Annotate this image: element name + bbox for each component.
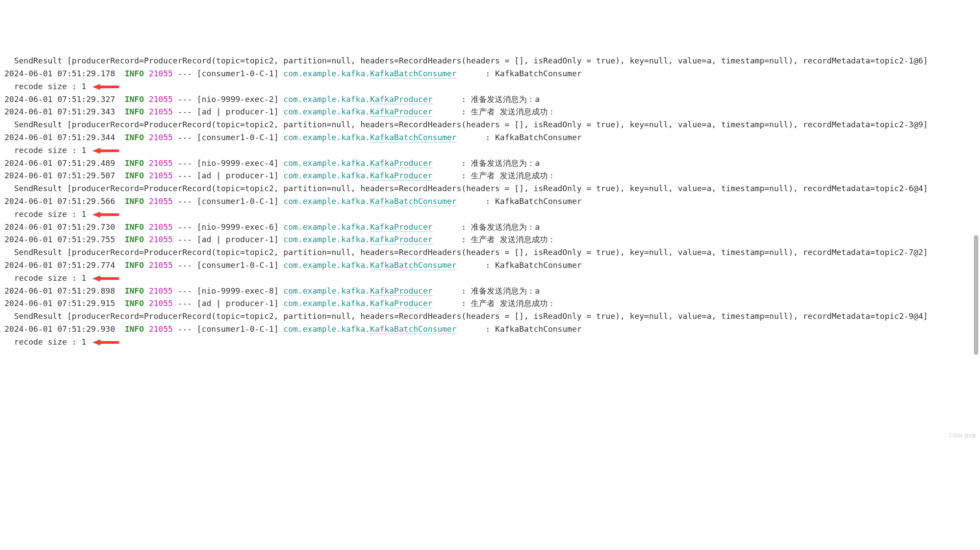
log-timestamp: 2024-06-01 07:51:29.178 bbox=[4, 69, 115, 78]
log-logger-class: KafkaProducer bbox=[370, 107, 433, 117]
log-sep: --- bbox=[178, 324, 192, 334]
log-continuation: SendResult [producerRecord=ProducerRecor… bbox=[4, 310, 976, 323]
log-line: 2024-06-01 07:51:29.774 INFO 21055 --- [… bbox=[4, 259, 976, 272]
log-line: 2024-06-01 07:51:29.566 INFO 21055 --- [… bbox=[4, 195, 976, 208]
log-line: 2024-06-01 07:51:29.344 INFO 21055 --- [… bbox=[4, 131, 976, 144]
log-pid: 21055 bbox=[149, 196, 173, 206]
log-logger: com.example.kafka.KafkaBatchConsumer bbox=[284, 196, 457, 206]
log-colon: : bbox=[486, 69, 490, 78]
log-level: INFO bbox=[125, 324, 144, 334]
log-colon: : bbox=[462, 286, 466, 295]
log-logger-class: KafkaProducer bbox=[370, 171, 433, 181]
log-colon: : bbox=[462, 222, 466, 232]
log-logger: com.example.kafka.KafkaProducer bbox=[284, 222, 433, 232]
log-level: INFO bbox=[125, 107, 144, 116]
svg-marker-3 bbox=[92, 275, 119, 282]
log-colon: : bbox=[462, 171, 466, 180]
log-thread: [nio-9999-exec-8] bbox=[197, 286, 279, 295]
log-continuation: SendResult [producerRecord=ProducerRecor… bbox=[4, 118, 976, 131]
log-timestamp: 2024-06-01 07:51:29.343 bbox=[4, 107, 115, 116]
log-output: SendResult [producerRecord=ProducerRecor… bbox=[4, 55, 976, 348]
log-message: 生产者 发送消息成功： bbox=[471, 299, 556, 308]
log-level: INFO bbox=[125, 235, 144, 244]
arrow-left-icon bbox=[92, 338, 119, 346]
log-logger-class: KafkaBatchConsumer bbox=[370, 133, 457, 142]
log-line: 2024-06-01 07:51:29.489 INFO 21055 --- [… bbox=[4, 157, 976, 170]
log-pid: 21055 bbox=[149, 171, 173, 180]
log-timestamp: 2024-06-01 07:51:29.755 bbox=[4, 235, 115, 244]
log-colon: : bbox=[486, 133, 490, 142]
log-logger-class: KafkaProducer bbox=[370, 94, 433, 104]
log-pid: 21055 bbox=[149, 235, 173, 244]
log-logger-class: KafkaBatchConsumer bbox=[370, 196, 457, 206]
log-pid: 21055 bbox=[149, 69, 173, 78]
log-logger-class: KafkaBatchConsumer bbox=[370, 69, 457, 79]
log-line: 2024-06-01 07:51:29.930 INFO 21055 --- [… bbox=[4, 323, 976, 336]
scrollbar-thumb[interactable] bbox=[974, 235, 978, 355]
log-colon: : bbox=[462, 107, 466, 116]
log-timestamp: 2024-06-01 07:51:29.774 bbox=[4, 260, 115, 270]
log-continuation: SendResult [producerRecord=ProducerRecor… bbox=[4, 246, 976, 259]
log-sep: --- bbox=[178, 94, 192, 104]
log-message: 生产者 发送消息成功： bbox=[471, 107, 556, 116]
log-thread: [consumer1-0-C-1] bbox=[197, 69, 279, 78]
log-colon: : bbox=[462, 235, 466, 244]
log-continuation: recode size : 1 bbox=[4, 208, 976, 221]
log-timestamp: 2024-06-01 07:51:29.566 bbox=[4, 196, 115, 206]
arrow-left-icon bbox=[92, 83, 119, 91]
svg-marker-1 bbox=[92, 148, 119, 154]
log-colon: : bbox=[462, 94, 466, 104]
log-message: 生产者 发送消息成功： bbox=[471, 171, 556, 180]
log-timestamp: 2024-06-01 07:51:29.915 bbox=[4, 299, 115, 308]
log-logger-class: KafkaProducer bbox=[370, 299, 433, 308]
log-level: INFO bbox=[125, 133, 144, 142]
arrow-left-icon bbox=[92, 275, 119, 283]
log-thread: [ad | producer-1] bbox=[197, 107, 279, 116]
svg-marker-4 bbox=[92, 339, 119, 346]
log-continuation: SendResult [producerRecord=ProducerRecor… bbox=[4, 182, 976, 195]
log-thread: [consumer1-0-C-1] bbox=[197, 324, 279, 334]
log-logger: com.example.kafka.KafkaProducer bbox=[284, 235, 433, 244]
log-continuation: recode size : 1 bbox=[4, 80, 976, 93]
log-sep: --- bbox=[178, 260, 192, 270]
log-logger-class: KafkaProducer bbox=[370, 235, 433, 244]
log-thread: [consumer1-0-C-1] bbox=[197, 133, 279, 142]
arrow-left-icon bbox=[92, 211, 119, 219]
log-timestamp: 2024-06-01 07:51:29.898 bbox=[4, 286, 115, 295]
log-pid: 21055 bbox=[149, 299, 173, 308]
log-logger-class: KafkaProducer bbox=[370, 222, 433, 232]
log-logger: com.example.kafka.KafkaProducer bbox=[284, 94, 433, 104]
log-message: 生产者 发送消息成功： bbox=[471, 235, 556, 244]
log-logger: com.example.kafka.KafkaBatchConsumer bbox=[284, 69, 457, 79]
svg-marker-0 bbox=[92, 84, 119, 90]
log-logger: com.example.kafka.KafkaBatchConsumer bbox=[284, 324, 457, 334]
log-colon: : bbox=[486, 324, 490, 334]
log-sep: --- bbox=[178, 286, 192, 295]
log-level: INFO bbox=[125, 299, 144, 308]
log-level: INFO bbox=[125, 196, 144, 206]
log-pid: 21055 bbox=[149, 133, 173, 142]
log-thread: [consumer1-0-C-1] bbox=[197, 196, 279, 206]
log-sep: --- bbox=[178, 133, 192, 142]
log-line: 2024-06-01 07:51:29.178 INFO 21055 --- [… bbox=[4, 67, 976, 80]
log-colon: : bbox=[486, 196, 490, 206]
log-continuation: recode size : 1 bbox=[4, 144, 976, 157]
log-level: INFO bbox=[125, 171, 144, 180]
log-level: INFO bbox=[125, 222, 144, 232]
log-level: INFO bbox=[125, 158, 144, 168]
log-logger-class: KafkaProducer bbox=[370, 286, 433, 296]
log-pid: 21055 bbox=[149, 286, 173, 295]
log-thread: [ad | producer-1] bbox=[197, 235, 279, 244]
log-thread: [nio-9999-exec-6] bbox=[197, 222, 279, 232]
log-level: INFO bbox=[125, 260, 144, 270]
log-level: INFO bbox=[125, 69, 144, 78]
log-thread: [nio-9999-exec-2] bbox=[197, 94, 279, 104]
arrow-left-icon bbox=[92, 147, 119, 155]
log-logger: com.example.kafka.KafkaProducer bbox=[284, 286, 433, 296]
log-line: 2024-06-01 07:51:29.327 INFO 21055 --- [… bbox=[4, 93, 976, 106]
log-logger-class: KafkaBatchConsumer bbox=[370, 260, 457, 270]
log-thread: [ad | producer-1] bbox=[197, 171, 279, 180]
log-logger: com.example.kafka.KafkaProducer bbox=[284, 299, 433, 308]
log-line: 2024-06-01 07:51:29.730 INFO 21055 --- [… bbox=[4, 221, 976, 234]
log-colon: : bbox=[462, 299, 466, 308]
